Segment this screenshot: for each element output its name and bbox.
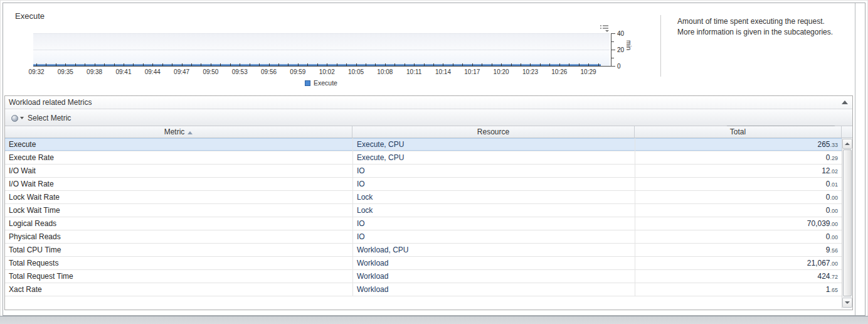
y-axis-label: 40 xyxy=(617,30,624,37)
resource-value: Lock xyxy=(357,193,373,202)
column-header-total[interactable]: Total xyxy=(635,126,842,138)
scrollbar-thumb[interactable] xyxy=(843,149,852,296)
x-axis-tick xyxy=(75,63,76,66)
x-axis-tick xyxy=(521,63,521,66)
metric-value: I/O Wait Rate xyxy=(9,180,54,188)
resource-cell: Workload, CPU xyxy=(352,244,635,256)
table-row[interactable]: Total Request Time Workload 424.72 xyxy=(5,270,842,283)
metric-cell: Execute Rate xyxy=(5,151,352,164)
resource-value: Lock xyxy=(357,206,373,215)
total-frac-value: .02 xyxy=(830,168,838,175)
total-frac-value: .00 xyxy=(830,234,838,240)
metric-cell: Total CPU Time xyxy=(5,244,352,256)
x-axis-tick xyxy=(492,63,492,66)
scroll-down-icon xyxy=(845,301,850,304)
x-axis-tick xyxy=(230,63,231,66)
scroll-up-button[interactable] xyxy=(842,139,852,149)
resource-value: Execute, CPU xyxy=(357,153,404,162)
total-frac-value: .29 xyxy=(830,155,838,161)
resource-value: IO xyxy=(357,232,365,241)
x-axis-tick xyxy=(327,63,327,66)
total-cell: 9.56 xyxy=(635,244,842,256)
total-cell: 0.00 xyxy=(635,191,842,203)
total-frac-value: .72 xyxy=(830,274,838,280)
x-axis-tick-label: 09:35 xyxy=(58,68,73,75)
table-row[interactable]: Execute Rate Execute, CPU 0.29 xyxy=(5,151,842,165)
table-row[interactable]: I/O Wait IO 12.02 xyxy=(5,165,842,178)
table-row[interactable]: Execute Execute, CPU 265.33 xyxy=(5,138,842,151)
x-axis-tick xyxy=(211,63,211,66)
metric-value: Lock Wait Rate xyxy=(9,193,60,202)
chart-options-icon[interactable] xyxy=(600,24,610,32)
table-row[interactable]: Physical Reads IO 0.00 xyxy=(5,230,842,244)
table-row[interactable]: Lock Wait Rate Lock 0.00 xyxy=(5,191,842,204)
panel-collapse-button[interactable] xyxy=(842,100,848,105)
metric-cell: Logical Reads xyxy=(5,217,352,230)
x-axis-tick-label: 09:32 xyxy=(28,68,44,75)
total-cell: 70,039.00 xyxy=(635,217,842,230)
x-axis-tick xyxy=(250,63,250,66)
x-axis-tick xyxy=(220,63,221,66)
x-axis-tick xyxy=(152,63,153,66)
resource-value: IO xyxy=(357,180,365,188)
x-axis-tick-label: 09:53 xyxy=(232,68,248,75)
x-axis-tick xyxy=(530,63,531,66)
x-axis-tick xyxy=(501,63,502,66)
x-axis-tick xyxy=(65,63,66,66)
workload-metrics-panel: Workload related Metrics Select Metric xyxy=(4,95,853,310)
total-cell: 21,067.00 xyxy=(635,257,842,269)
select-metric-button[interactable]: Select Metric xyxy=(11,112,71,124)
resource-value: IO xyxy=(357,166,365,175)
x-axis-tick-label: 09:59 xyxy=(290,68,305,75)
x-axis-tick-label: 10:20 xyxy=(494,68,509,75)
total-frac-value: .65 xyxy=(830,287,838,293)
metric-cell: Lock Wait Time xyxy=(5,204,352,217)
x-axis-tick xyxy=(124,63,124,66)
x-axis-tick xyxy=(307,63,308,66)
x-axis-tick xyxy=(414,63,415,66)
metric-value: Execute xyxy=(9,140,36,149)
x-axis-tick xyxy=(443,63,443,66)
table-row[interactable]: Xact Rate Workload 1.65 xyxy=(5,283,842,296)
scroll-down-button[interactable] xyxy=(842,298,852,308)
vertical-divider xyxy=(660,15,661,77)
total-frac-value: .00 xyxy=(830,261,838,267)
resource-value: Workload xyxy=(357,259,388,267)
metrics-toolbar: Select Metric xyxy=(5,109,852,126)
x-axis-tick xyxy=(133,63,134,66)
y-tick xyxy=(611,66,615,67)
resource-value: Execute, CPU xyxy=(357,140,404,149)
caret-down-icon xyxy=(20,117,24,119)
column-header-metric[interactable]: Metric xyxy=(5,126,352,138)
metric-description-text: Amount of time spent executing the reque… xyxy=(677,16,842,38)
x-axis-tick xyxy=(424,63,425,66)
column-header-resource[interactable]: Resource xyxy=(352,126,635,138)
x-axis-tick xyxy=(172,63,172,66)
total-cell: 0.00 xyxy=(635,230,842,243)
x-axis-tick xyxy=(317,63,318,66)
table-row[interactable]: Lock Wait Time Lock 0.00 xyxy=(5,204,842,217)
resource-value: IO xyxy=(357,219,365,228)
table-row[interactable]: I/O Wait Rate IO 0.01 xyxy=(5,178,842,191)
x-axis-tick xyxy=(269,63,270,66)
x-axis-tick xyxy=(569,63,569,66)
x-axis-tick xyxy=(540,63,541,66)
x-axis-tick xyxy=(472,63,473,66)
table-row[interactable]: Total Requests Workload 21,067.00 xyxy=(5,257,842,270)
y-tick xyxy=(611,33,615,34)
table-scrollbar[interactable] xyxy=(842,138,852,308)
metric-sphere-icon xyxy=(11,115,18,122)
metrics-table-body: Execute Execute, CPU 265.33 Execute Rate… xyxy=(5,138,842,296)
resource-cell: Workload xyxy=(352,283,635,296)
metric-value: Logical Reads xyxy=(9,219,56,228)
x-axis-tick xyxy=(462,63,463,66)
x-axis-tick xyxy=(433,63,434,66)
y-tick xyxy=(611,41,614,42)
table-row[interactable]: Logical Reads IO 70,039.00 xyxy=(5,217,842,230)
y-tick xyxy=(611,58,614,58)
table-row[interactable]: Total CPU Time Workload, CPU 9.56 xyxy=(5,244,842,257)
metric-value: Lock Wait Time xyxy=(9,206,60,215)
metric-cell: I/O Wait Rate xyxy=(5,178,352,190)
total-cell: 12.02 xyxy=(635,165,842,177)
x-axis-tick xyxy=(288,63,288,66)
